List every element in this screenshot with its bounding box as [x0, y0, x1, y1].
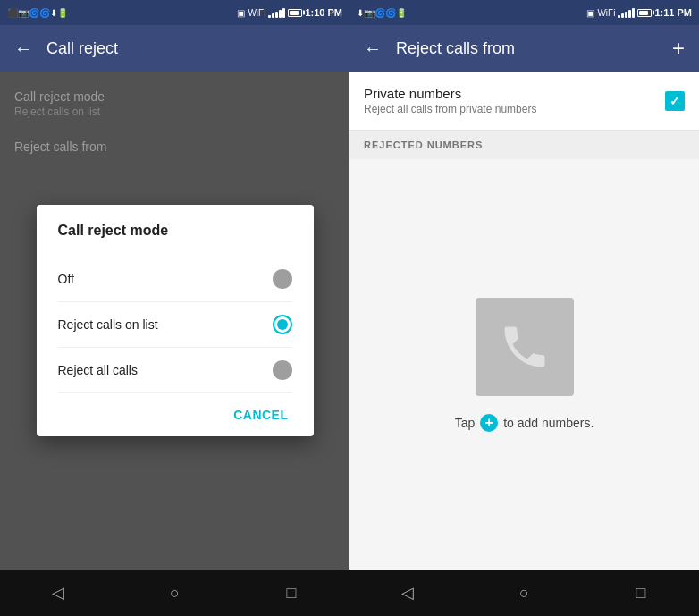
dialog-option-off-label: Off — [58, 272, 74, 286]
left-main-content: Call reject mode Reject calls on list Re… — [0, 72, 350, 570]
bottom-nav-right: ◁ ○ □ — [350, 570, 699, 616]
empty-text-before: Tap — [455, 416, 476, 430]
radio-reject-all[interactable] — [273, 360, 292, 380]
wifi-icon-right: WiFi — [597, 8, 615, 18]
status-icons-left: ⬛📷🌀🌀⬇🔋 — [7, 8, 68, 18]
signal-bar-3 — [275, 12, 278, 18]
empty-state: Tap + to add numbers. — [350, 159, 699, 570]
nav-home-left[interactable]: ○ — [152, 570, 197, 616]
battery-icon-right — [637, 9, 652, 17]
page-title-right: Reject calls from — [396, 39, 672, 58]
dialog-overlay: Call reject mode Off Reject calls on lis… — [0, 72, 350, 570]
wifi-icon: WiFi — [248, 8, 265, 18]
status-time-left: 1:10 PM — [305, 7, 342, 18]
sim-icon: ▣ — [237, 8, 245, 18]
status-time-right: 1:11 PM — [654, 7, 692, 18]
private-numbers-checkbox[interactable] — [665, 91, 685, 111]
dialog-option-off[interactable]: Off — [58, 257, 292, 302]
signal-bar-2 — [272, 13, 274, 18]
add-number-button[interactable]: + — [672, 36, 685, 61]
private-numbers-title: Private numbers — [364, 86, 665, 101]
left-panel: ⬛📷🌀🌀⬇🔋 ▣ WiFi 1:10 PM ← Call reject Call… — [0, 0, 350, 616]
battery-icon — [288, 9, 302, 17]
dialog-actions: CANCEL — [58, 393, 292, 429]
signal-bar-5 — [282, 8, 285, 18]
private-numbers-row[interactable]: Private numbers Reject all calls from pr… — [350, 72, 699, 131]
signal-bar-r4 — [628, 10, 631, 18]
right-main-content: Private numbers Reject all calls from pr… — [350, 72, 699, 570]
back-button-right[interactable]: ← — [364, 38, 382, 59]
notification-icons-right: ⬇📷🌀🌀🔋 — [357, 8, 407, 18]
add-circle-icon: + — [480, 414, 498, 432]
status-icons-right: ⬇📷🌀🌀🔋 — [357, 8, 407, 18]
signal-bars-right — [618, 7, 635, 18]
status-bar-right: ⬇📷🌀🌀🔋 ▣ WiFi 1:11 PM — [350, 0, 699, 25]
signal-bar-r2 — [621, 13, 624, 18]
empty-text-after: to add numbers. — [503, 416, 594, 430]
signal-bars — [268, 7, 285, 18]
rejected-numbers-header: REJECTED NUMBERS — [350, 131, 699, 159]
phone-icon — [498, 320, 552, 374]
notification-icons: ⬛📷🌀🌀⬇🔋 — [7, 8, 68, 18]
status-bar-left: ⬛📷🌀🌀⬇🔋 ▣ WiFi 1:10 PM — [0, 0, 350, 25]
dialog-option-reject-list-label: Reject calls on list — [58, 317, 158, 332]
battery-fill-right — [639, 11, 648, 15]
app-header-left: ← Call reject — [0, 25, 350, 72]
signal-bar-4 — [279, 10, 282, 18]
nav-home-right[interactable]: ○ — [501, 570, 546, 616]
battery-fill — [290, 11, 299, 15]
signal-bar-r3 — [625, 12, 627, 18]
call-reject-mode-dialog: Call reject mode Off Reject calls on lis… — [37, 205, 314, 436]
cancel-button[interactable]: CANCEL — [230, 401, 291, 429]
dialog-option-reject-all[interactable]: Reject all calls — [58, 348, 292, 393]
nav-back-left[interactable]: ◁ — [36, 570, 80, 616]
status-bar-right-group: ▣ WiFi 1:10 PM — [237, 7, 342, 18]
dialog-option-reject-all-label: Reject all calls — [58, 363, 138, 377]
dialog-title: Call reject mode — [58, 223, 292, 239]
status-right-group: ▣ WiFi 1:11 PM — [586, 7, 692, 18]
radio-reject-list[interactable] — [273, 315, 292, 334]
signal-bar-r5 — [632, 8, 635, 18]
signal-bar-r1 — [618, 15, 620, 18]
nav-recent-left[interactable]: □ — [269, 570, 314, 616]
sim-icon-right: ▣ — [586, 8, 594, 18]
signal-bar-1 — [268, 15, 271, 18]
private-numbers-text: Private numbers Reject all calls from pr… — [364, 86, 665, 115]
app-header-right: ← Reject calls from + — [350, 25, 699, 72]
phone-icon-box — [476, 298, 574, 396]
right-panel: ⬇📷🌀🌀🔋 ▣ WiFi 1:11 PM ← Reject calls from… — [350, 0, 699, 616]
empty-state-text: Tap + to add numbers. — [455, 414, 594, 432]
page-title-left: Call reject — [46, 39, 335, 58]
back-button-left[interactable]: ← — [14, 38, 32, 59]
private-numbers-subtitle: Reject all calls from private numbers — [364, 103, 665, 115]
radio-off[interactable] — [273, 269, 292, 289]
dialog-option-reject-list[interactable]: Reject calls on list — [58, 302, 292, 348]
bottom-nav-left: ◁ ○ □ — [0, 570, 350, 616]
nav-back-right[interactable]: ◁ — [385, 570, 430, 616]
nav-recent-right[interactable]: □ — [619, 570, 663, 616]
